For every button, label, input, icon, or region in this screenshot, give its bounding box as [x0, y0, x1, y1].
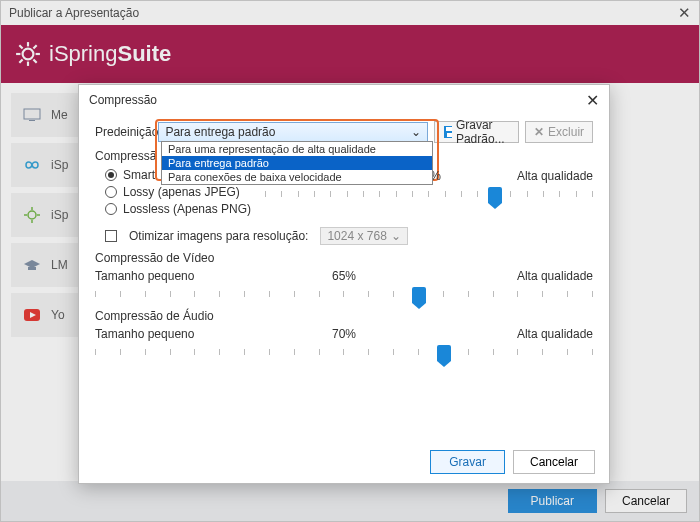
radio-icon: [105, 186, 117, 198]
cancel-button[interactable]: Cancelar: [513, 450, 595, 474]
video-slider-track[interactable]: [95, 289, 593, 299]
preset-dropdown[interactable]: Para entrega padrão ⌄: [158, 122, 428, 142]
modal-title: Compressão: [89, 93, 586, 107]
resolution-value: 1024 x 768: [327, 229, 386, 243]
video-slider-row: Tamanho pequeno65%Alta qualidade: [95, 269, 593, 299]
save-default-label: Gravar Padrão...: [456, 118, 510, 146]
audio-pct: 70%: [332, 327, 356, 341]
video-compression-heading: Compressão de Vídeo: [95, 251, 593, 265]
delete-preset-button[interactable]: ✕ Excluir: [525, 121, 593, 143]
compression-dialog: Compressão ✕ Predeinição Para entrega pa…: [78, 84, 610, 484]
high-quality-label: Alta qualidade: [517, 269, 593, 283]
image-slider-track[interactable]: [265, 189, 593, 199]
chevron-down-icon: ⌄: [391, 229, 401, 243]
video-slider-thumb[interactable]: [412, 287, 426, 303]
audio-slider-row: Tamanho pequeno70%Alta qualidade: [95, 327, 593, 357]
audio-compression-heading: Compressão de Áudio: [95, 309, 593, 323]
small-size-label: Tamanho pequeno: [95, 327, 194, 341]
radio-icon: [105, 203, 117, 215]
preset-label: Predeinição: [95, 125, 158, 139]
resolution-select[interactable]: 1024 x 768⌄: [320, 227, 407, 245]
chevron-down-icon: ⌄: [411, 125, 421, 139]
radio-lossless-label: Lossless (Apenas PNG): [123, 202, 251, 216]
save-default-button[interactable]: Gravar Padrão...: [434, 121, 519, 143]
modal-titlebar: Compressão ✕: [79, 85, 609, 115]
svg-rect-19: [446, 127, 452, 131]
svg-rect-20: [447, 133, 452, 137]
save-button[interactable]: Gravar: [430, 450, 505, 474]
optimize-label: Otimizar imagens para resolução:: [129, 229, 308, 243]
audio-slider-track[interactable]: [95, 347, 593, 357]
modal-footer: Gravar Cancelar: [79, 441, 609, 483]
preset-dropdown-list: Para uma representação de alta qualidade…: [161, 141, 433, 185]
high-quality-label: Alta qualidade: [517, 169, 593, 183]
preset-selected: Para entrega padrão: [165, 125, 275, 139]
video-pct: 65%: [332, 269, 356, 283]
preset-option-hq[interactable]: Para uma representação de alta qualidade: [162, 142, 432, 156]
floppy-icon: [443, 125, 452, 139]
audio-slider-thumb[interactable]: [437, 345, 451, 361]
optimize-checkbox[interactable]: [105, 230, 117, 242]
delete-label: Excluir: [548, 125, 584, 139]
modal-body: Predeinição Para entrega padrão ⌄ Gravar…: [79, 115, 609, 441]
preset-option-low[interactable]: Para conexões de baixa velocidade: [162, 170, 432, 184]
x-icon: ✕: [534, 125, 544, 139]
small-size-label: Tamanho pequeno: [95, 269, 194, 283]
radio-smart-label: Smart: [123, 168, 155, 182]
radio-icon: [105, 169, 117, 181]
radio-lossless[interactable]: Lossless (Apenas PNG): [105, 202, 265, 216]
radio-lossy-label: Lossy (apenas JPEG): [123, 185, 240, 199]
preset-option-standard[interactable]: Para entrega padrão: [162, 156, 432, 170]
modal-close-icon[interactable]: ✕: [586, 91, 599, 110]
image-slider-thumb[interactable]: [488, 187, 502, 203]
high-quality-label: Alta qualidade: [517, 327, 593, 341]
radio-lossy[interactable]: Lossy (apenas JPEG): [105, 185, 265, 199]
preset-row: Predeinição Para entrega padrão ⌄ Gravar…: [95, 121, 593, 143]
